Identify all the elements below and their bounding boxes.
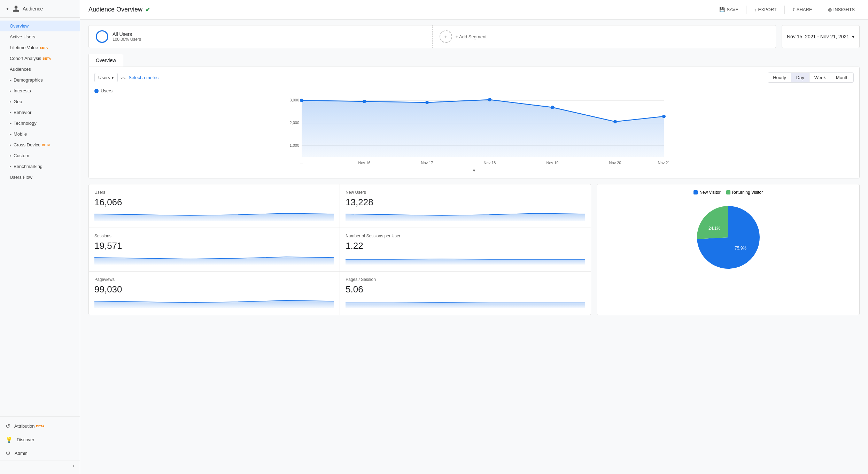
chart-area-fill — [302, 100, 664, 157]
stat-label-users: Users — [94, 190, 334, 195]
beta-badge: BETA — [42, 57, 51, 60]
nav-item-label: Behavior — [14, 110, 31, 115]
export-button[interactable]: ↑EXPORT — [749, 5, 782, 15]
nav-item-label: Benchmarking — [14, 164, 42, 169]
sidebar-collapse-arrow[interactable]: ▼ — [6, 7, 9, 11]
sidebar-item-audiences[interactable]: Audiences — [0, 64, 80, 75]
sidebar-item-overview[interactable]: Overview — [0, 21, 80, 31]
data-point-nov18 — [488, 98, 491, 101]
sidebar-item-lifetime-value[interactable]: Lifetime ValueBETA — [0, 42, 80, 53]
sidebar-title: Audience — [23, 6, 43, 12]
person-icon — [12, 5, 20, 13]
arrow-icon: ▸ — [10, 100, 11, 104]
pie-legend-item-new-visitor: New Visitor — [693, 190, 720, 195]
mini-chart-sessions — [94, 254, 334, 265]
add-segment-circle-icon: + — [440, 30, 452, 43]
add-segment-button[interactable]: + + Add Segment — [433, 25, 776, 48]
pie-legend: New Visitor Returning Visitor — [603, 190, 854, 195]
arrow-icon: ▸ — [10, 132, 11, 136]
nav-item-label: Custom — [14, 153, 29, 158]
stat-card-pageviews: Pageviews 99,030 — [89, 272, 340, 315]
select-metric-link[interactable]: Select a metric — [129, 75, 158, 80]
mini-chart-sessions-per-user — [346, 254, 585, 265]
arrow-icon: ▸ — [10, 165, 11, 168]
sidebar-item-cohort-analysis[interactable]: Cohort AnalysisBETA — [0, 53, 80, 64]
nav-item-label: Overview — [10, 23, 29, 29]
chart-legend: Users — [94, 88, 854, 93]
sidebar-item-custom[interactable]: ▸ Custom — [0, 150, 80, 161]
line-chart: 3,000 2,000 1,000 — [94, 96, 854, 173]
stat-card-sessions: Sessions 19,571 — [89, 228, 340, 271]
stat-card-new-users: New Users 13,228 — [340, 184, 591, 228]
segment-bar: All Users 100.00% Users + + Add Segment — [88, 25, 776, 48]
topbar-divider — [820, 6, 820, 14]
data-point-nov17 — [425, 101, 429, 104]
stat-label-pages-session: Pages / Session — [346, 277, 585, 282]
date-range-arrow-icon: ▾ — [852, 34, 854, 39]
sidebar-bottom-item-attribution[interactable]: ↺AttributionBETA — [0, 419, 80, 433]
sidebar-item-users-flow[interactable]: Users Flow — [0, 172, 80, 183]
overview-tab-bar: Overview — [88, 54, 860, 67]
users-legend-dot — [94, 89, 99, 93]
nav-item-label: Interests — [14, 88, 31, 93]
topbar: Audience Overview ✔ 💾SAVE↑EXPORT⤴SHARE◎I… — [80, 0, 868, 20]
segment-pct: 100.00% Users — [113, 37, 141, 42]
sidebar-item-active-users[interactable]: Active Users — [0, 31, 80, 42]
vs-label: vs. — [121, 75, 126, 80]
sidebar-item-geo[interactable]: ▸ Geo — [0, 96, 80, 107]
page-title: Audience Overview — [88, 6, 142, 13]
mini-chart-pageviews — [94, 298, 334, 308]
nav-item-label: Lifetime Value — [10, 45, 38, 50]
share-button[interactable]: ⤴SHARE — [788, 5, 817, 15]
sidebar-item-demographics[interactable]: ▸ Demographics — [0, 75, 80, 85]
svg-text:Nov 16: Nov 16 — [358, 161, 371, 165]
stat-card-sessions-per-user: Number of Sessions per User 1.22 — [340, 228, 591, 271]
nav-item-label: Technology — [14, 121, 37, 126]
metric-dropdown[interactable]: Users ▾ — [94, 73, 118, 82]
time-btn-day[interactable]: Day — [791, 73, 809, 82]
time-btn-week[interactable]: Week — [809, 73, 831, 82]
sidebar-item-mobile[interactable]: ▸ Mobile — [0, 129, 80, 139]
sidebar-item-behavior[interactable]: ▸ Behavior — [0, 107, 80, 118]
nav-item-label: Active Users — [10, 34, 35, 39]
pie-chart-svg: 24.1% 75.9% — [690, 199, 767, 276]
time-btn-hourly[interactable]: Hourly — [768, 73, 791, 82]
all-users-segment[interactable]: All Users 100.00% Users — [89, 25, 433, 48]
sidebar-item-technology[interactable]: ▸ Technology — [0, 118, 80, 129]
sidebar-item-interests[interactable]: ▸ Interests — [0, 85, 80, 96]
attribution-icon: ↺ — [6, 423, 10, 429]
date-range-label: Nov 15, 2021 - Nov 21, 2021 — [787, 34, 849, 39]
arrow-icon: ▸ — [10, 89, 11, 93]
topbar-left: Audience Overview ✔ — [88, 6, 150, 14]
date-range-picker[interactable]: Nov 15, 2021 - Nov 21, 2021 ▾ — [782, 25, 860, 48]
insights-button[interactable]: ◎INSIGHTS — [823, 5, 860, 15]
save-button[interactable]: 💾SAVE — [714, 5, 743, 15]
sidebar-bottom-item-discover[interactable]: 💡Discover — [0, 433, 80, 446]
data-point-nov15 — [300, 99, 303, 102]
metric-label: Users — [98, 75, 110, 80]
chart-collapse-icon[interactable]: ▼ — [472, 168, 476, 173]
stat-card-pages-session: Pages / Session 5.06 — [340, 272, 591, 315]
metric-arrow-icon: ▾ — [111, 75, 114, 80]
verified-icon: ✔ — [145, 6, 150, 14]
share-icon: ⤴ — [792, 7, 795, 12]
stats-row: Users 16,066 New Users 13,228 — [88, 184, 860, 315]
sidebar-bottom-item-admin[interactable]: ⚙Admin — [0, 446, 80, 460]
mini-chart-users — [94, 211, 334, 221]
svg-text:Nov 18: Nov 18 — [484, 161, 496, 165]
sidebar-header: ▼ Audience — [0, 0, 80, 18]
line-chart-svg: 3,000 2,000 1,000 — [94, 96, 854, 166]
mini-chart-pages-session — [346, 298, 585, 308]
sidebar-item-benchmarking[interactable]: ▸ Benchmarking — [0, 161, 80, 172]
insights-icon: ◎ — [828, 7, 832, 12]
chart-container: Users ▾ vs. Select a metric HourlyDayWee… — [88, 67, 860, 178]
export-icon: ↑ — [754, 7, 757, 12]
svg-text:Nov 17: Nov 17 — [421, 161, 433, 165]
admin-icon: ⚙ — [6, 450, 10, 457]
sidebar-bottom: ↺AttributionBETA💡Discover⚙Admin ‹ — [0, 416, 80, 474]
sidebar-item-cross-device[interactable]: ▸ Cross DeviceBETA — [0, 139, 80, 150]
pie-chart-card: New Visitor Returning Visitor — [597, 184, 860, 315]
time-btn-month[interactable]: Month — [831, 73, 853, 82]
tab-overview[interactable]: Overview — [88, 54, 123, 67]
sidebar-collapse-button[interactable]: ‹ — [0, 460, 80, 471]
